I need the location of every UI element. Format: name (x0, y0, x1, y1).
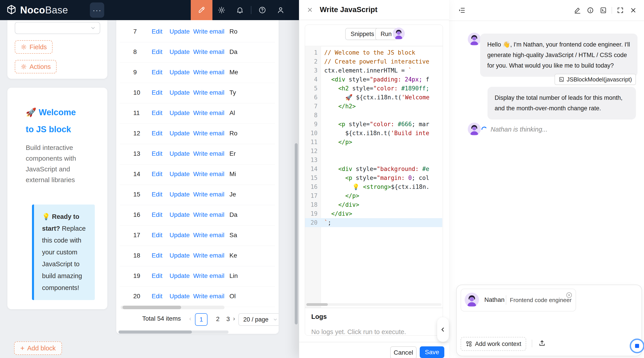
update-link[interactable]: Update (170, 69, 190, 76)
panel-collapse-icon[interactable] (455, 7, 468, 14)
pagination-prev-icon[interactable]: ‹ (189, 315, 191, 322)
write-email-link[interactable]: Write email (193, 109, 224, 117)
write-email-link[interactable]: Write email (193, 171, 224, 178)
edit-link[interactable]: Edit (152, 69, 162, 76)
update-link[interactable]: Update (170, 109, 190, 117)
pagination-page-2[interactable]: 2 (212, 313, 224, 325)
row-index: 18 (133, 252, 140, 259)
agent-chip[interactable]: Nathan Frontend code engineer (461, 289, 576, 311)
model-tag[interactable]: JSBlockModel(javascript) (554, 74, 636, 85)
pagination-page-1[interactable]: 1 (195, 313, 208, 326)
edit-icon[interactable] (571, 7, 584, 14)
chat-collapse-handle[interactable] (437, 317, 449, 342)
pagination-next-icon[interactable]: › (233, 315, 235, 322)
pagination-page-3[interactable]: 3 (222, 313, 234, 325)
fields-button[interactable]: Fields (15, 40, 52, 54)
update-link[interactable]: Update (170, 48, 190, 56)
edit-link[interactable]: Edit (152, 211, 162, 218)
update-link[interactable]: Update (170, 191, 190, 198)
edit-link[interactable]: Edit (152, 191, 162, 198)
write-email-link[interactable]: Write email (193, 28, 224, 35)
update-link[interactable]: Update (170, 89, 190, 96)
code-line: 4 <div style="padding: 24px; f (305, 75, 442, 84)
ui-editor-icon[interactable] (191, 0, 212, 20)
row-index: 9 (133, 69, 137, 76)
edit-link[interactable]: Edit (152, 293, 162, 300)
edit-link[interactable]: Edit (152, 28, 162, 35)
update-link[interactable]: Update (170, 293, 190, 300)
menu-more-button[interactable]: ··· (90, 3, 104, 18)
add-work-context-button[interactable]: Add work context (461, 337, 526, 351)
icon-divider (612, 7, 612, 14)
table-row: 16EditUpdateWrite emailDa (120, 205, 275, 226)
notifications-icon[interactable] (231, 0, 249, 20)
update-link[interactable]: Update (170, 150, 190, 157)
chat-composer[interactable]: Nathan Frontend code engineer Add work c… (456, 285, 642, 356)
write-email-link[interactable]: Write email (193, 211, 224, 218)
update-link[interactable]: Update (170, 171, 190, 178)
nocobase-logo[interactable]: NocoBase (6, 0, 68, 20)
code-line: 18 </div> (305, 200, 442, 209)
write-email-link[interactable]: Write email (193, 130, 224, 137)
update-link[interactable]: Update (170, 130, 190, 137)
console-icon[interactable] (597, 7, 610, 14)
table-hscroll-thumb[interactable] (122, 306, 181, 309)
write-email-link[interactable]: Write email (193, 252, 224, 259)
line-number: 4 (305, 75, 318, 84)
editor-hscroll-thumb[interactable] (306, 303, 328, 306)
edit-link[interactable]: Edit (152, 150, 162, 157)
write-email-link[interactable]: Write email (193, 191, 224, 198)
stop-generating-button[interactable] (630, 338, 644, 353)
page-size-select[interactable]: 20 / page (238, 313, 278, 326)
code-editor-card: Snippets Run 1// Welcome to the JS block… (305, 25, 443, 336)
collection-select[interactable] (15, 22, 100, 34)
edit-link[interactable]: Edit (152, 89, 162, 96)
write-email-link[interactable]: Write email (193, 293, 224, 300)
snippets-button[interactable]: Snippets (345, 28, 380, 40)
write-email-link[interactable]: Write email (193, 48, 224, 56)
edit-link[interactable]: Edit (152, 109, 162, 117)
update-link[interactable]: Update (170, 211, 190, 218)
stop-icon (635, 344, 639, 348)
nathan-avatar[interactable] (393, 28, 405, 40)
update-link[interactable]: Update (170, 232, 190, 239)
ready-to-start-callout: 💡 Ready to start? Replace this code with… (32, 204, 95, 300)
cancel-button[interactable]: Cancel (390, 346, 416, 358)
edit-link[interactable]: Edit (152, 130, 162, 137)
update-link[interactable]: Update (170, 28, 190, 35)
page-vscroll-thumb[interactable] (295, 143, 298, 324)
upload-icon[interactable] (538, 340, 546, 347)
write-email-link[interactable]: Write email (193, 272, 224, 279)
user-icon[interactable] (272, 0, 290, 20)
agent-avatar (465, 293, 479, 307)
line-number: 18 (305, 200, 318, 209)
drawer-close-icon[interactable] (306, 6, 314, 14)
write-email-link[interactable]: Write email (193, 89, 224, 96)
edit-link[interactable]: Edit (152, 272, 162, 279)
write-email-link[interactable]: Write email (193, 69, 224, 76)
write-email-link[interactable]: Write email (193, 150, 224, 157)
update-link[interactable]: Update (170, 252, 190, 259)
edit-link[interactable]: Edit (152, 171, 162, 178)
line-number: 1 (305, 48, 318, 57)
help-icon[interactable] (253, 0, 272, 20)
close-icon[interactable] (627, 7, 640, 14)
grid-plus-icon (466, 340, 472, 347)
remove-agent-icon[interactable] (566, 292, 572, 298)
write-email-link[interactable]: Write email (193, 232, 224, 239)
update-link[interactable]: Update (170, 272, 190, 279)
gear-icon (20, 44, 27, 50)
table-row: 13EditUpdateWrite emailEr (120, 144, 275, 164)
page-hscroll-thumb[interactable] (118, 330, 192, 334)
add-block-button[interactable]: + Add block (14, 341, 62, 355)
info-icon[interactable] (584, 7, 597, 14)
edit-link[interactable]: Edit (152, 252, 162, 259)
fullscreen-icon[interactable] (614, 7, 627, 14)
save-button[interactable]: Save (420, 346, 444, 358)
edit-link[interactable]: Edit (152, 232, 162, 239)
settings-icon[interactable] (212, 0, 231, 20)
line-number: 8 (305, 111, 318, 120)
line-number: 13 (305, 156, 318, 164)
actions-button[interactable]: Actions (15, 60, 56, 73)
edit-link[interactable]: Edit (152, 48, 162, 56)
